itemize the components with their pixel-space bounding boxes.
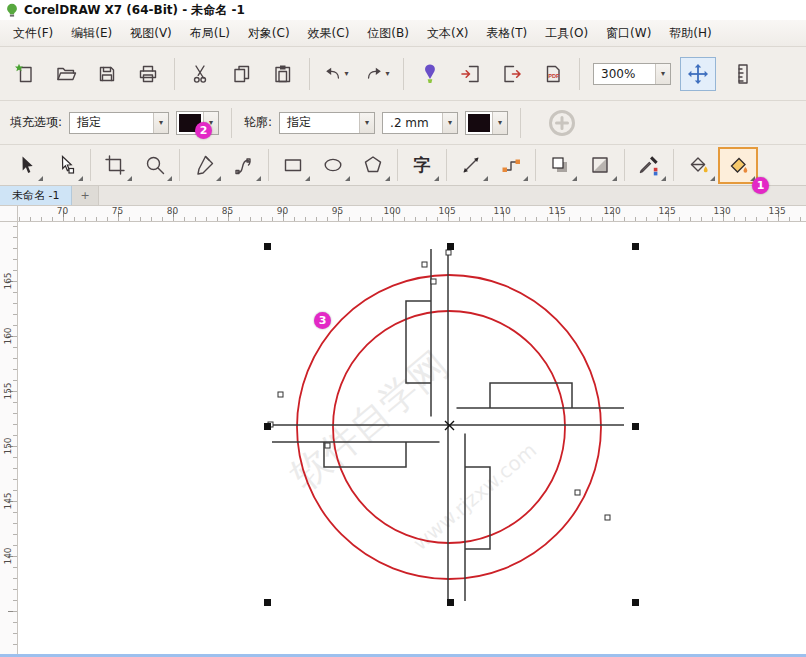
artwork[interactable]: 软件自学网 www.rjzxw.com — [18, 222, 806, 657]
export-button[interactable] — [493, 53, 531, 95]
menu-object[interactable]: 对象(C) — [239, 21, 299, 46]
dimension-tool[interactable] — [451, 147, 491, 184]
eyedropper-icon — [638, 154, 660, 176]
copy-icon — [231, 63, 253, 85]
menu-text[interactable]: 文本(X) — [418, 21, 478, 46]
redo-icon — [364, 64, 384, 84]
publish-pdf-button[interactable]: PDF — [534, 53, 572, 95]
rectangle-tool[interactable] — [273, 147, 313, 184]
paste-button[interactable] — [264, 53, 302, 95]
copy-button[interactable] — [223, 53, 261, 95]
polygon-tool[interactable] — [353, 147, 393, 184]
tab-untitled-1[interactable]: 未命名 -1 — [0, 186, 72, 205]
fullscreen-preview-button[interactable] — [680, 57, 716, 91]
print-button[interactable] — [129, 53, 167, 95]
rulers-toggle-button[interactable] — [725, 53, 763, 95]
drawing-canvas[interactable]: 软件自学网 www.rjzxw.com — [18, 222, 806, 657]
ruler-label-h: 100 — [384, 206, 401, 216]
pick-tool[interactable] — [6, 147, 46, 184]
ruler-label-h: 85 — [222, 206, 233, 216]
open-button[interactable] — [47, 53, 85, 95]
flyout-indicator — [167, 176, 172, 181]
ruler-label-v: 145 — [3, 491, 13, 511]
flyout-indicator — [385, 176, 390, 181]
smart-fill-tool[interactable] — [718, 147, 758, 184]
cut-button[interactable] — [182, 53, 220, 95]
menu-table[interactable]: 表格(T) — [478, 21, 537, 46]
menu-window[interactable]: 窗口(W) — [597, 21, 660, 46]
flyout-indicator — [572, 176, 577, 181]
undo-button[interactable]: ▾ — [317, 53, 355, 95]
outline-color-picker[interactable]: ▾ — [465, 111, 508, 135]
menu-help[interactable]: 帮助(H) — [660, 21, 720, 46]
flyout-indicator — [612, 176, 617, 181]
menu-view[interactable]: 视图(V) — [121, 21, 181, 46]
interactive-fill-tool[interactable] — [678, 147, 718, 184]
menu-bitmaps[interactable]: 位图(B) — [358, 21, 418, 46]
ruler-label-h: 80 — [167, 206, 178, 216]
bezier-curve-tool[interactable] — [224, 147, 264, 184]
pick-tool-icon — [15, 154, 37, 176]
redo-button[interactable]: ▾ — [358, 53, 396, 95]
chevron-down-icon[interactable]: ▾ — [153, 113, 168, 133]
save-icon — [96, 63, 118, 85]
zoom-level-select[interactable]: 300% ▾ — [593, 63, 671, 85]
chevron-down-icon[interactable]: ▾ — [442, 113, 457, 133]
menu-edit[interactable]: 编辑(E) — [62, 21, 121, 46]
new-document-icon — [14, 63, 36, 85]
flyout-indicator — [216, 176, 221, 181]
add-preset-button[interactable] — [547, 102, 577, 144]
menu-bar: 文件(F) 编辑(E) 视图(V) 布局(L) 对象(C) 效果(C) 位图(B… — [0, 20, 806, 47]
chevron-down-icon[interactable]: ▾ — [655, 64, 670, 84]
separator — [179, 149, 180, 181]
svg-text:www.rjzxw.com: www.rjzxw.com — [408, 438, 541, 555]
chevron-down-icon[interactable]: ▾ — [344, 69, 348, 78]
separator — [309, 58, 310, 90]
ruler-label-h: 95 — [332, 206, 343, 216]
new-document-button[interactable] — [6, 53, 44, 95]
outline-type-select[interactable]: 指定 ▾ — [279, 112, 375, 134]
separator — [673, 149, 674, 181]
chevron-down-icon[interactable]: ▾ — [492, 112, 507, 134]
ruler-label-v: 155 — [3, 381, 13, 401]
fill-tool-icon — [687, 154, 709, 176]
welcome-screen-button[interactable] — [411, 53, 449, 95]
chevron-down-icon[interactable]: ▾ — [359, 113, 374, 133]
menu-effects[interactable]: 效果(C) — [299, 21, 359, 46]
separator — [403, 58, 404, 90]
color-eyedropper-tool[interactable] — [629, 147, 669, 184]
plus-icon: + — [80, 189, 89, 202]
vertical-ruler[interactable]: 165 160 155 150 145 140 — [0, 222, 18, 657]
drop-shadow-tool[interactable] — [540, 147, 580, 184]
separator — [520, 108, 521, 138]
text-tool[interactable]: 字 — [402, 147, 442, 184]
connector-tool[interactable] — [491, 147, 531, 184]
meander-pattern[interactable] — [272, 249, 624, 601]
separator — [231, 108, 232, 138]
fill-type-select[interactable]: 指定 ▾ — [69, 112, 169, 134]
zoom-tool[interactable] — [135, 147, 175, 184]
save-button[interactable] — [88, 53, 126, 95]
freehand-tool[interactable] — [184, 147, 224, 184]
ruler-label-h: 90 — [277, 206, 288, 216]
ruler-label-h: 120 — [604, 206, 621, 216]
outline-label: 轮廓: — [244, 114, 272, 131]
chevron-down-icon[interactable]: ▾ — [385, 69, 389, 78]
step-badge-1: 1 — [752, 177, 769, 194]
ruler-label-h: 110 — [494, 206, 511, 216]
horizontal-ruler[interactable]: 70 75 80 85 90 95 100 105 110 115 120 12… — [18, 206, 806, 222]
ellipse-tool[interactable] — [313, 147, 353, 184]
paste-icon — [272, 63, 294, 85]
menu-tools[interactable]: 工具(O) — [536, 21, 597, 46]
transparency-tool[interactable] — [580, 147, 620, 184]
ruler-origin[interactable] — [0, 206, 18, 222]
menu-file[interactable]: 文件(F) — [4, 21, 62, 46]
polygon-tool-icon — [362, 154, 384, 176]
menu-layout[interactable]: 布局(L) — [181, 21, 239, 46]
outline-width-select[interactable]: .2 mm ▾ — [382, 112, 458, 134]
new-tab-button[interactable]: + — [72, 186, 98, 205]
import-button[interactable] — [452, 53, 490, 95]
canvas-area: 70 75 80 85 90 95 100 105 110 115 120 12… — [0, 206, 806, 657]
shape-tool[interactable] — [46, 147, 86, 184]
crop-tool[interactable] — [95, 147, 135, 184]
